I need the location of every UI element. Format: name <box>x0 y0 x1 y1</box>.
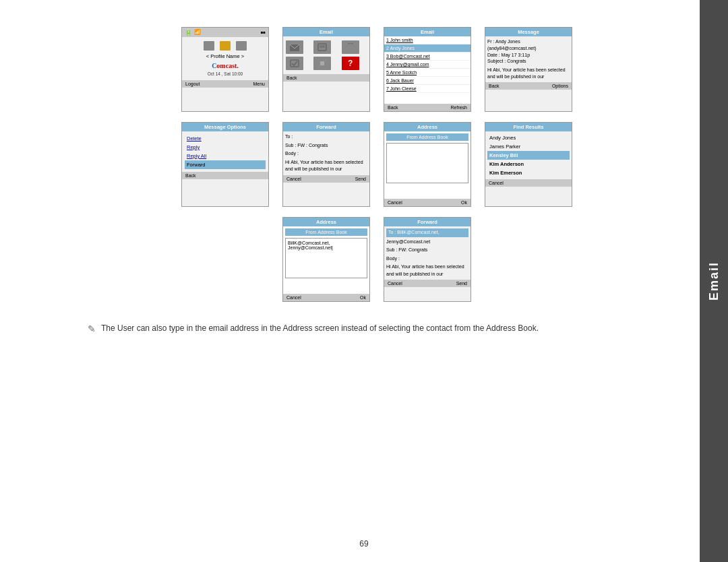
email-list-screen: Email 1 John smith 2 Andy Jones 3 Bob@Co… <box>384 27 471 112</box>
find-results-screen: Find Results Andy Jones James Parker Ken… <box>485 122 572 207</box>
nav-icon-2 <box>220 41 231 51</box>
forward-to: To : <box>285 133 367 141</box>
forward-to-line2: Jenny@Comcast.net <box>386 239 468 246</box>
svg-rect-4 <box>346 44 355 51</box>
address-filled-body: From Address Book BillK@Comcast.net,Jenn… <box>283 226 369 294</box>
address-filled-title: Address <box>283 218 369 226</box>
forward-body: To : Sub : FW : Congrats Body : Hi Abi, … <box>283 131 369 175</box>
top-right-icons: ■■ <box>261 30 266 34</box>
address-title: Address <box>384 123 471 131</box>
page-number: 69 <box>359 539 368 549</box>
profile-name-text: < Profile Name > <box>185 53 266 59</box>
msg-options-title: Message Options <box>182 123 268 131</box>
email-icon-2[interactable] <box>313 40 331 54</box>
result-andy-jones[interactable]: Andy Jones <box>487 133 570 142</box>
msg-options-screen: Message Options Delete Reply Reply All F… <box>181 122 269 207</box>
from-address-book-btn-2[interactable]: From Address Book <box>285 228 367 236</box>
email-icons-body: ? <box>283 36 369 74</box>
sidebar-label: Email <box>707 261 721 301</box>
footer-cancel[interactable]: Cancel <box>489 181 504 185</box>
nav-icon-3 <box>236 41 247 51</box>
email-item-4[interactable]: 4 Jenny@gmail.com <box>384 61 471 69</box>
footer-ok[interactable]: Ok <box>360 295 366 300</box>
footer-logout[interactable]: Logout <box>185 82 200 86</box>
email-list-title: Email <box>384 28 471 36</box>
forward-title: Forward <box>283 123 369 131</box>
msg-options-footer: Back <box>182 172 268 179</box>
row3: Address From Address Book BillK@Comcast.… <box>67 217 686 302</box>
sidebar: Email <box>700 0 728 562</box>
profile-body: < Profile Name > Comcast. Oct 14 , Sat 1… <box>182 37 268 80</box>
forward-body-label: Body : <box>285 150 367 158</box>
top-icons: 🔋 📶 <box>185 29 201 36</box>
email-icon-1[interactable] <box>286 40 303 54</box>
footer-cancel[interactable]: Cancel <box>286 295 301 300</box>
email-icon-4[interactable] <box>286 57 303 70</box>
address-input[interactable] <box>386 143 468 183</box>
msg-options-body: Delete Reply Reply All Forward <box>182 131 268 172</box>
battery-icon: 🔋 <box>185 29 192 36</box>
svg-rect-5 <box>291 60 299 67</box>
footer-menu[interactable]: Menu <box>253 82 265 86</box>
message-from-email: (andy84@comcast.net) <box>487 45 570 52</box>
result-kim-emerson[interactable]: Kim Emerson <box>487 168 570 177</box>
option-forward[interactable]: Forward <box>185 160 266 169</box>
footer-send[interactable]: Send <box>355 177 366 181</box>
main-content: 🔋 📶 ■■ < Profile Name > Comcast. Oct 14 … <box>0 0 700 562</box>
message-footer: Back Options <box>485 82 572 90</box>
option-reply[interactable]: Reply <box>185 143 266 152</box>
find-results-footer: Cancel <box>485 179 572 187</box>
forward-body-text-filled: Hi Abi, Your article has been selected a… <box>386 263 468 278</box>
email-icon-5[interactable] <box>313 57 331 70</box>
signal-icon: 📶 <box>194 29 201 36</box>
result-kensley-bill[interactable]: Kensley Bill <box>487 151 570 160</box>
forward-sub-filled: Sub : FW: Congrats <box>386 247 468 254</box>
row1: 🔋 📶 ■■ < Profile Name > Comcast. Oct 14 … <box>67 27 686 112</box>
email-item-6[interactable]: 6 Jack Bauer <box>384 77 471 85</box>
footer-options[interactable]: Options <box>552 84 568 88</box>
result-kim-anderson[interactable]: Kim Anderson <box>487 160 570 168</box>
footer-back[interactable]: Back <box>489 84 499 88</box>
email-item-1[interactable]: 1 John smith <box>384 36 471 44</box>
footer-back[interactable]: Back <box>286 75 297 80</box>
email-list-footer: Back Refresh <box>384 104 471 111</box>
email-icon-help[interactable]: ? <box>342 57 359 70</box>
footer-cancel[interactable]: Cancel <box>388 281 402 286</box>
screens-grid: 🔋 📶 ■■ < Profile Name > Comcast. Oct 14 … <box>67 27 686 302</box>
email-item-5[interactable]: 5 Anne Scotch <box>384 69 471 77</box>
forward-filled-footer: Cancel Send <box>384 280 471 287</box>
footer-refresh[interactable]: Refresh <box>450 105 467 110</box>
result-james-parker[interactable]: James Parker <box>487 142 570 151</box>
footer-back[interactable]: Back <box>185 173 196 178</box>
message-from: Fr : Andy Jones <box>487 38 570 45</box>
email-icons-footer: Back <box>283 74 369 82</box>
email-item-3[interactable]: 3 Bob@Comcast.net <box>384 53 471 61</box>
message-title: Message <box>485 28 572 36</box>
forward-to-selected: To : BillK@Comcast.net, <box>386 228 468 237</box>
option-delete[interactable]: Delete <box>185 134 266 143</box>
note-section: ✎ The User can also type in the email ad… <box>88 322 661 334</box>
email-icon-3[interactable] <box>342 40 359 54</box>
email-item-2[interactable]: 2 Andy Jones <box>384 44 471 53</box>
footer-send[interactable]: Send <box>456 281 467 286</box>
message-date: Date : May 17 3:11p <box>487 52 570 59</box>
find-results-body: Andy Jones James Parker Kensley Bill Kim… <box>485 131 572 179</box>
from-address-book-btn[interactable]: From Address Book <box>386 133 468 141</box>
option-reply-all[interactable]: Reply All <box>185 152 266 160</box>
email-item-7[interactable]: 7 John Cleese <box>384 85 471 93</box>
footer-back[interactable]: Back <box>388 105 398 110</box>
profile-screen: 🔋 📶 ■■ < Profile Name > Comcast. Oct 14 … <box>181 27 269 112</box>
datetime-text: Oct 14 , Sat 10:00 <box>185 71 266 76</box>
note-icon: ✎ <box>88 323 96 334</box>
screen-topbar: 🔋 📶 ■■ <box>182 28 268 37</box>
footer-ok[interactable]: Ok <box>461 200 467 205</box>
comcast-logo: Comcast. <box>185 62 266 69</box>
address-filled-input[interactable]: BillK@Comcast.net,Jenny@Comcast.net| <box>285 238 367 278</box>
email-list-body: 1 John smith 2 Andy Jones 3 Bob@Comcast.… <box>384 36 471 104</box>
forward-filled-body: To : BillK@Comcast.net, Jenny@Comcast.ne… <box>384 226 471 280</box>
address-filled-footer: Cancel Ok <box>283 294 369 301</box>
footer-cancel[interactable]: Cancel <box>286 177 301 181</box>
footer-cancel[interactable]: Cancel <box>388 200 402 205</box>
address-footer: Cancel Ok <box>384 199 471 206</box>
forward-sub: Sub : FW : Congrats <box>285 142 367 150</box>
